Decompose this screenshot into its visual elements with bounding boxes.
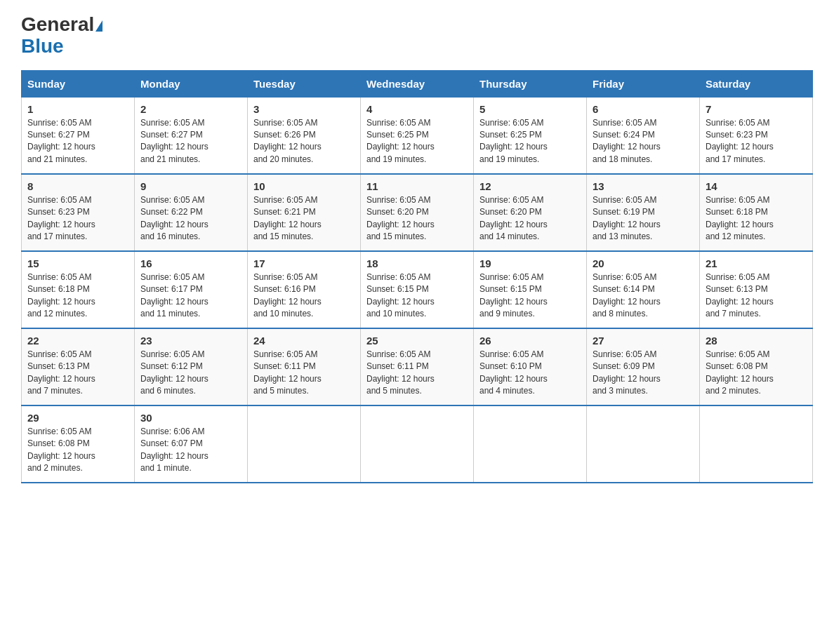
- day-number: 29: [27, 412, 128, 424]
- day-number: 20: [593, 257, 694, 269]
- day-number: 17: [253, 257, 355, 269]
- logo-line1: General: [21, 14, 102, 36]
- day-number: 22: [27, 335, 128, 347]
- calendar-cell: [474, 405, 587, 483]
- calendar-cell: 6Sunrise: 6:05 AMSunset: 6:24 PMDaylight…: [587, 97, 700, 174]
- calendar-cell: 10Sunrise: 6:05 AMSunset: 6:21 PMDayligh…: [248, 174, 361, 251]
- calendar-cell: 29Sunrise: 6:05 AMSunset: 6:08 PMDayligh…: [22, 405, 135, 483]
- calendar-cell: 1Sunrise: 6:05 AMSunset: 6:27 PMDaylight…: [22, 97, 135, 174]
- day-number: 12: [479, 180, 581, 192]
- header-wednesday: Wednesday: [361, 70, 474, 97]
- calendar-cell: 15Sunrise: 6:05 AMSunset: 6:18 PMDayligh…: [22, 251, 135, 328]
- calendar-cell: 11Sunrise: 6:05 AMSunset: 6:20 PMDayligh…: [361, 174, 474, 251]
- day-info: Sunrise: 6:05 AMSunset: 6:18 PMDaylight:…: [27, 271, 128, 321]
- calendar-week-row: 29Sunrise: 6:05 AMSunset: 6:08 PMDayligh…: [22, 405, 813, 483]
- calendar-cell: 13Sunrise: 6:05 AMSunset: 6:19 PMDayligh…: [587, 174, 700, 251]
- calendar-cell: 18Sunrise: 6:05 AMSunset: 6:15 PMDayligh…: [361, 251, 474, 328]
- day-number: 18: [366, 257, 468, 269]
- calendar-cell: 26Sunrise: 6:05 AMSunset: 6:10 PMDayligh…: [474, 328, 587, 405]
- calendar-cell: 14Sunrise: 6:05 AMSunset: 6:18 PMDayligh…: [700, 174, 813, 251]
- calendar-cell: 20Sunrise: 6:05 AMSunset: 6:14 PMDayligh…: [587, 251, 700, 328]
- calendar-cell: 27Sunrise: 6:05 AMSunset: 6:09 PMDayligh…: [587, 328, 700, 405]
- day-info: Sunrise: 6:05 AMSunset: 6:08 PMDaylight:…: [27, 426, 128, 475]
- day-number: 1: [27, 103, 128, 115]
- day-number: 10: [253, 180, 355, 192]
- day-number: 15: [27, 257, 128, 269]
- calendar-cell: [248, 405, 361, 483]
- day-info: Sunrise: 6:05 AMSunset: 6:20 PMDaylight:…: [366, 194, 468, 243]
- day-number: 6: [593, 103, 694, 115]
- calendar-cell: 7Sunrise: 6:05 AMSunset: 6:23 PMDaylight…: [700, 97, 813, 174]
- day-info: Sunrise: 6:05 AMSunset: 6:12 PMDaylight:…: [140, 349, 241, 398]
- calendar-cell: 3Sunrise: 6:05 AMSunset: 6:26 PMDaylight…: [248, 97, 361, 174]
- page-header: General Blue: [21, 14, 813, 58]
- day-number: 28: [706, 335, 807, 347]
- day-info: Sunrise: 6:05 AMSunset: 6:21 PMDaylight:…: [253, 194, 355, 243]
- day-number: 25: [366, 335, 468, 347]
- logo: General Blue: [21, 14, 102, 58]
- day-info: Sunrise: 6:05 AMSunset: 6:17 PMDaylight:…: [140, 271, 241, 321]
- calendar-cell: [700, 405, 813, 483]
- calendar-week-row: 22Sunrise: 6:05 AMSunset: 6:13 PMDayligh…: [22, 328, 813, 405]
- header-monday: Monday: [135, 70, 248, 97]
- weekday-header-row: Sunday Monday Tuesday Wednesday Thursday…: [22, 70, 813, 97]
- calendar-cell: 2Sunrise: 6:05 AMSunset: 6:27 PMDaylight…: [135, 97, 248, 174]
- day-info: Sunrise: 6:05 AMSunset: 6:23 PMDaylight:…: [27, 194, 128, 243]
- day-number: 7: [706, 103, 807, 115]
- day-number: 16: [140, 257, 241, 269]
- day-number: 11: [366, 180, 468, 192]
- calendar-cell: 4Sunrise: 6:05 AMSunset: 6:25 PMDaylight…: [361, 97, 474, 174]
- calendar-cell: 16Sunrise: 6:05 AMSunset: 6:17 PMDayligh…: [135, 251, 248, 328]
- day-info: Sunrise: 6:05 AMSunset: 6:25 PMDaylight:…: [366, 117, 468, 166]
- day-info: Sunrise: 6:05 AMSunset: 6:15 PMDaylight:…: [366, 271, 468, 321]
- day-number: 5: [479, 103, 581, 115]
- day-info: Sunrise: 6:05 AMSunset: 6:27 PMDaylight:…: [27, 117, 128, 166]
- day-info: Sunrise: 6:05 AMSunset: 6:11 PMDaylight:…: [366, 349, 468, 398]
- day-number: 8: [27, 180, 128, 192]
- day-number: 30: [140, 412, 241, 424]
- calendar-cell: 28Sunrise: 6:05 AMSunset: 6:08 PMDayligh…: [700, 328, 813, 405]
- day-number: 14: [706, 180, 807, 192]
- day-info: Sunrise: 6:05 AMSunset: 6:19 PMDaylight:…: [593, 194, 694, 243]
- calendar-body: 1Sunrise: 6:05 AMSunset: 6:27 PMDaylight…: [22, 97, 813, 483]
- day-number: 24: [253, 335, 355, 347]
- day-info: Sunrise: 6:05 AMSunset: 6:08 PMDaylight:…: [706, 349, 807, 398]
- logo-line2: Blue: [21, 36, 64, 58]
- calendar-cell: 12Sunrise: 6:05 AMSunset: 6:20 PMDayligh…: [474, 174, 587, 251]
- day-info: Sunrise: 6:05 AMSunset: 6:26 PMDaylight:…: [253, 117, 355, 166]
- calendar-cell: 8Sunrise: 6:05 AMSunset: 6:23 PMDaylight…: [22, 174, 135, 251]
- calendar-cell: 25Sunrise: 6:05 AMSunset: 6:11 PMDayligh…: [361, 328, 474, 405]
- day-info: Sunrise: 6:05 AMSunset: 6:18 PMDaylight:…: [706, 194, 807, 243]
- calendar-week-row: 15Sunrise: 6:05 AMSunset: 6:18 PMDayligh…: [22, 251, 813, 328]
- calendar-cell: 22Sunrise: 6:05 AMSunset: 6:13 PMDayligh…: [22, 328, 135, 405]
- day-number: 3: [253, 103, 355, 115]
- day-info: Sunrise: 6:05 AMSunset: 6:09 PMDaylight:…: [593, 349, 694, 398]
- day-info: Sunrise: 6:05 AMSunset: 6:24 PMDaylight:…: [593, 117, 694, 166]
- calendar-cell: 17Sunrise: 6:05 AMSunset: 6:16 PMDayligh…: [248, 251, 361, 328]
- day-number: 13: [593, 180, 694, 192]
- header-saturday: Saturday: [700, 70, 813, 97]
- day-number: 21: [706, 257, 807, 269]
- calendar-cell: 5Sunrise: 6:05 AMSunset: 6:25 PMDaylight…: [474, 97, 587, 174]
- day-info: Sunrise: 6:05 AMSunset: 6:16 PMDaylight:…: [253, 271, 355, 321]
- day-number: 26: [479, 335, 581, 347]
- day-info: Sunrise: 6:05 AMSunset: 6:27 PMDaylight:…: [140, 117, 241, 166]
- day-info: Sunrise: 6:05 AMSunset: 6:10 PMDaylight:…: [479, 349, 581, 398]
- day-number: 2: [140, 103, 241, 115]
- calendar-cell: 23Sunrise: 6:05 AMSunset: 6:12 PMDayligh…: [135, 328, 248, 405]
- day-info: Sunrise: 6:05 AMSunset: 6:14 PMDaylight:…: [593, 271, 694, 321]
- header-friday: Friday: [587, 70, 700, 97]
- calendar-cell: 19Sunrise: 6:05 AMSunset: 6:15 PMDayligh…: [474, 251, 587, 328]
- day-info: Sunrise: 6:05 AMSunset: 6:13 PMDaylight:…: [27, 349, 128, 398]
- day-info: Sunrise: 6:05 AMSunset: 6:11 PMDaylight:…: [253, 349, 355, 398]
- day-number: 23: [140, 335, 241, 347]
- day-number: 19: [479, 257, 581, 269]
- calendar-cell: [587, 405, 700, 483]
- calendar-cell: [361, 405, 474, 483]
- day-info: Sunrise: 6:05 AMSunset: 6:23 PMDaylight:…: [706, 117, 807, 166]
- day-info: Sunrise: 6:05 AMSunset: 6:13 PMDaylight:…: [706, 271, 807, 321]
- day-info: Sunrise: 6:05 AMSunset: 6:22 PMDaylight:…: [140, 194, 241, 243]
- calendar-table: Sunday Monday Tuesday Wednesday Thursday…: [21, 70, 813, 484]
- header-thursday: Thursday: [474, 70, 587, 97]
- calendar-cell: 24Sunrise: 6:05 AMSunset: 6:11 PMDayligh…: [248, 328, 361, 405]
